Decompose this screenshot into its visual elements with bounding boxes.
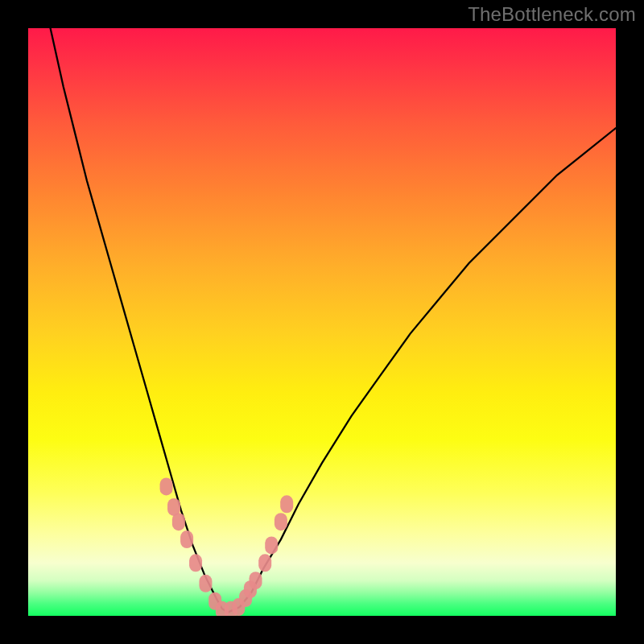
highlight-marker xyxy=(172,513,185,530)
highlight-marker xyxy=(180,530,193,548)
highlight-marker xyxy=(199,575,212,592)
highlight-marker xyxy=(258,554,271,572)
watermark-text: TheBottleneck.com xyxy=(468,3,636,26)
highlight-marker xyxy=(189,554,202,572)
highlight-marker xyxy=(160,477,173,495)
curve-layer xyxy=(28,28,616,616)
highlight-marker xyxy=(275,513,287,530)
highlight-marker xyxy=(280,495,293,513)
highlight-marker xyxy=(250,572,262,589)
highlight-marker xyxy=(265,536,278,554)
highlight-markers xyxy=(160,477,294,616)
chart-frame: TheBottleneck.com xyxy=(0,0,644,644)
bottleneck-curve xyxy=(28,28,616,613)
plot-area xyxy=(28,28,616,616)
